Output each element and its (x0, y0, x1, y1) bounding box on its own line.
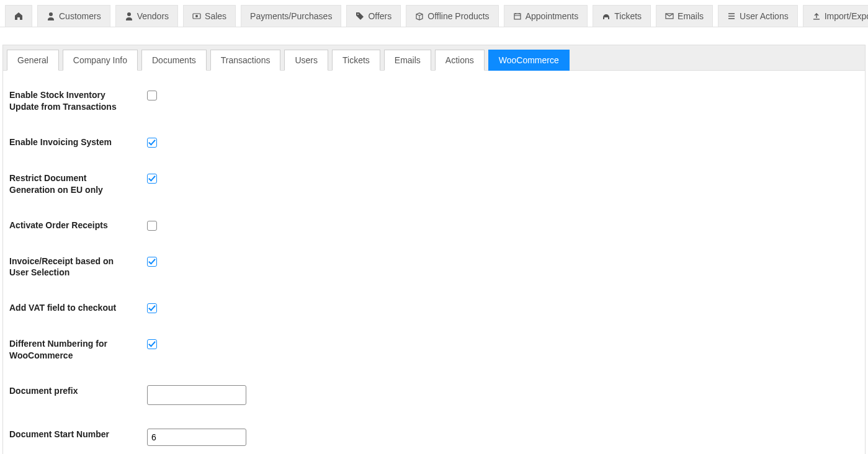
topnav-item-label: Emails (678, 11, 704, 21)
topnav-item-label: Offline Products (427, 11, 489, 21)
tab-transactions[interactable]: Transactions (210, 50, 281, 71)
topnav-item-home[interactable] (5, 5, 32, 27)
topnav-item-label: User Actions (740, 11, 789, 21)
topnav-item-offers[interactable]: Offers (346, 5, 401, 27)
invoicing-system-checkbox[interactable] (147, 138, 157, 148)
vat-field-checkbox[interactable] (147, 303, 157, 313)
home-icon (14, 12, 23, 20)
topnav-item-emails[interactable]: Emails (656, 5, 713, 27)
box-icon (415, 12, 424, 20)
topnav-item-label: Sales (205, 11, 226, 21)
document-prefix-input[interactable] (147, 385, 246, 405)
user-icon (47, 12, 55, 20)
topnav-item-label: Offers (368, 11, 391, 21)
user-selection-checkbox[interactable] (147, 257, 157, 267)
list-icon (727, 12, 736, 20)
restrict-eu-label: Restrict Document Generation on EU only (9, 172, 147, 196)
vat-field-label: Add VAT field to checkout (9, 302, 147, 314)
topnav-item-label: Tickets (614, 11, 642, 21)
topnav-item-tickets[interactable]: Tickets (593, 5, 651, 27)
topnav-item-label: Appointments (526, 11, 579, 21)
topnav-item-offline-products[interactable]: Offline Products (406, 5, 498, 27)
user-selection-label: Invoice/Receipt based on User Selection (9, 256, 147, 279)
topnav-item-vendors[interactable]: Vendors (115, 5, 178, 27)
tab-company-info[interactable]: Company Info (63, 50, 138, 71)
document-start-number-label: Document Start Number (9, 429, 147, 440)
numbering-checkbox[interactable] (147, 339, 157, 349)
envelope-icon (665, 12, 674, 20)
tab-general[interactable]: General (7, 50, 59, 71)
user-icon (125, 12, 133, 20)
svg-point-2 (357, 14, 359, 15)
settings-tabstrip: GeneralCompany InfoDocumentsTransactions… (2, 45, 866, 71)
settings-panel: GeneralCompany InfoDocumentsTransactions… (2, 45, 866, 454)
stock-inventory-checkbox[interactable] (147, 91, 157, 100)
tab-actions[interactable]: Actions (435, 50, 485, 71)
numbering-label: Different Numbering for WooCommerce (9, 338, 147, 362)
topnav-item-import-export[interactable]: Import/Export (803, 5, 868, 27)
invoicing-system-label: Enable Invoicing System (9, 136, 147, 148)
upload-icon (812, 12, 821, 20)
svg-rect-3 (514, 14, 521, 19)
topnav-item-payments-purchases[interactable]: Payments/Purchases (241, 5, 341, 27)
top-nav: CustomersVendorsSalesPayments/PurchasesO… (0, 0, 868, 27)
tab-documents[interactable]: Documents (141, 50, 207, 71)
topnav-item-customers[interactable]: Customers (37, 5, 110, 27)
order-receipts-checkbox[interactable] (147, 221, 157, 231)
calendar-icon (513, 12, 522, 20)
topnav-item-label: Customers (59, 11, 101, 21)
topnav-item-user-actions[interactable]: User Actions (718, 5, 798, 27)
money-icon (192, 12, 201, 20)
stock-inventory-label: Enable Stock Inventory Update from Trans… (9, 89, 147, 113)
restrict-eu-checkbox[interactable] (147, 174, 157, 184)
tab-emails[interactable]: Emails (384, 50, 431, 71)
topnav-item-label: Vendors (137, 11, 169, 21)
topnav-item-label: Import/Export (825, 11, 868, 21)
topnav-item-sales[interactable]: Sales (183, 5, 236, 27)
tag-icon (356, 12, 364, 20)
svg-point-1 (195, 15, 198, 17)
tab-tickets[interactable]: Tickets (332, 50, 380, 71)
headphones-icon (602, 12, 611, 20)
woocommerce-settings-form: Enable Stock Inventory Update from Trans… (2, 71, 866, 454)
tab-users[interactable]: Users (284, 50, 328, 71)
document-start-number-input[interactable] (147, 429, 246, 446)
document-prefix-label: Document prefix (9, 385, 147, 397)
tab-woocommerce[interactable]: WooCommerce (488, 50, 570, 71)
topnav-item-label: Payments/Purchases (250, 11, 332, 21)
topnav-item-appointments[interactable]: Appointments (504, 5, 588, 27)
order-receipts-label: Activate Order Receipts (9, 220, 147, 231)
